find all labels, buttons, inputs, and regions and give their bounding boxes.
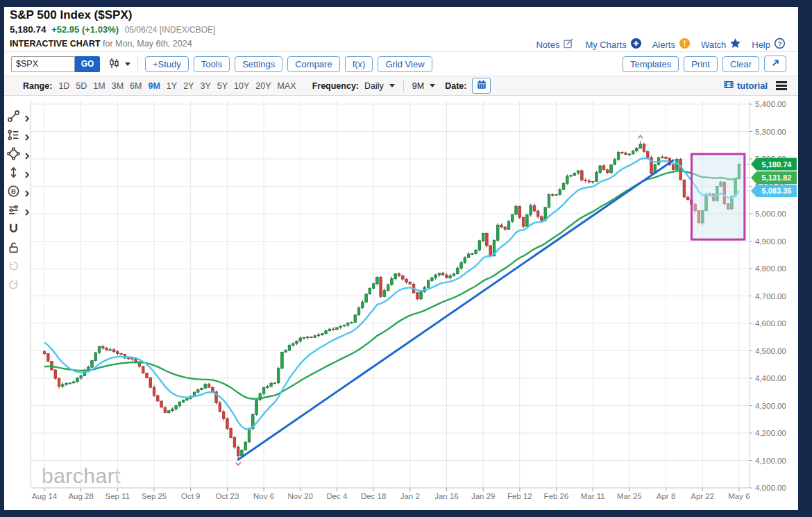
price-tag: 5,083.35 [751,185,797,197]
chevron-right-icon [25,112,29,125]
clear-button[interactable]: Clear [722,56,759,72]
range-option-3y[interactable]: 3Y [200,81,210,91]
section-date: for Mon, May 6th, 2024 [103,39,192,49]
high-marker [638,135,643,138]
x-axis-label: Aug 14 [32,492,58,500]
expand-annotate-button[interactable] [764,56,786,72]
y-axis-label: 4,400.00 [755,374,786,382]
x-axis-label: Aug 28 [68,492,93,500]
go-button[interactable]: GO [75,56,100,72]
y-axis-label: 4,500.00 [755,347,786,355]
svg-text:5,131.82: 5,131.82 [762,173,792,182]
y-axis-label: 4,900.00 [755,237,786,246]
symbol-input[interactable] [11,56,75,72]
range-option-max[interactable]: MAX [278,81,296,91]
price-chart[interactable]: barchart5,400.005,300.005,200.005,100.00… [31,97,798,509]
chevron-right-icon [25,169,29,181]
add-study-button[interactable]: +Study [145,56,189,72]
sliders-tool[interactable] [7,203,29,216]
price-tag: 5,131.82 [751,171,797,184]
tutorial-link[interactable]: tutorial [723,79,768,92]
star-icon [729,37,741,51]
x-axis-label: Feb 26 [544,492,569,500]
chevron-right-icon [25,150,29,162]
chart-type-button[interactable] [107,56,132,73]
range-option-6m[interactable]: 6M [130,81,142,91]
range-option-1y[interactable]: 1Y [167,81,177,91]
period-select[interactable]: 9M [412,81,435,91]
range-option-5d[interactable]: 5D [76,81,87,91]
range-option-1d[interactable]: 1D [58,81,69,91]
drawn-trendline[interactable] [238,160,673,459]
quote-line: 5,180.74 +52.95 (+1.03%) 05/06/24 [INDEX… [10,24,215,35]
quote-meta: 05/06/24 [INDEX/CBOE] [125,25,216,35]
notes-link[interactable]: Notes [536,37,575,51]
x-axis-label: Jan 29 [471,492,496,500]
my-charts-link[interactable]: My Charts [585,37,641,51]
x-axis-label: Jan 16 [434,492,459,500]
svg-text:B: B [11,187,16,194]
settings-button[interactable]: Settings [235,56,282,72]
y-axis-label: 4,200.00 [755,429,786,437]
toolbar-divider [137,56,138,71]
menu-icon[interactable] [776,81,787,90]
highlight-annotation-box[interactable] [691,154,744,239]
unlock-tool[interactable] [7,241,29,253]
last-price: 5,180.74 [10,24,46,35]
range-bar: Range: 1D5D1M3M6M9M1Y2Y3Y5Y10Y20YMAX Fre… [4,76,798,96]
print-button[interactable]: Print [684,56,718,72]
app-window: S&P 500 Index ($SPX) 5,180.74 +52.95 (+1… [0,0,812,517]
film-icon [723,79,734,92]
x-axis-label: Nov 6 [253,492,274,500]
x-axis-label: Oct 9 [181,492,200,500]
grid-view-button[interactable]: Grid View [378,56,432,72]
range-option-5y[interactable]: 5Y [217,81,228,91]
range-option-1m[interactable]: 1M [93,81,105,91]
help-link[interactable]: Help ? [752,37,786,51]
cyan-moving-average-line [44,158,739,429]
updown-arrow-tool[interactable] [7,166,29,178]
redo-button[interactable] [7,278,29,291]
compare-button[interactable]: Compare [287,56,339,72]
circled-b-tool[interactable]: B [7,185,29,197]
trendline-tool[interactable] [7,110,29,122]
templates-button[interactable]: Templates [623,56,679,72]
y-axis-label: 4,000.00 [755,484,786,492]
y-axis-label: 4,800.00 [755,264,786,273]
help-question-icon: ? [774,37,786,51]
chevron-down-icon [125,62,130,66]
low-marker [236,462,241,465]
chevron-down-icon [389,84,395,87]
range-option-10y[interactable]: 10Y [234,81,249,91]
undo-button[interactable] [7,260,29,272]
watch-link[interactable]: Watch [701,37,741,51]
range-option-20y[interactable]: 20Y [255,81,271,91]
annotations-tool[interactable] [7,128,29,141]
shapes-tool[interactable] [7,147,29,160]
price-tag: 5,180.74 [751,158,797,171]
y-axis-label: 4,100.00 [755,457,786,465]
header-nav: Notes My Charts Alerts ! Watch [536,37,786,51]
x-axis-label: Dec 18 [361,492,386,500]
plus-circle-icon [630,37,642,51]
x-axis-label: Apr 8 [657,492,676,500]
range-option-9m[interactable]: 9M [148,81,160,91]
x-axis-label: May 6 [728,492,750,500]
range-label: Range: [23,81,52,91]
range-bar-right: tutorial [723,79,798,92]
frequency-select[interactable]: Daily [364,81,395,91]
fx-button[interactable]: f(x) [345,56,373,72]
calendar-button[interactable] [472,78,491,94]
x-axis-label: Sep 11 [105,492,130,500]
svg-text:?: ? [777,40,781,47]
toolbar-right-buttons: TemplatesPrintClear [623,56,798,72]
chevron-right-icon [25,187,29,200]
svg-text:!: ! [684,40,686,47]
tools-button[interactable]: Tools [194,56,230,72]
range-option-2y[interactable]: 2Y [183,81,194,91]
magnet-tool[interactable] [7,222,29,235]
x-axis-label: Mar 11 [581,492,605,500]
range-option-3m[interactable]: 3M [112,81,124,91]
x-axis-label: Nov 20 [288,492,313,500]
alerts-link[interactable]: Alerts ! [652,37,691,51]
